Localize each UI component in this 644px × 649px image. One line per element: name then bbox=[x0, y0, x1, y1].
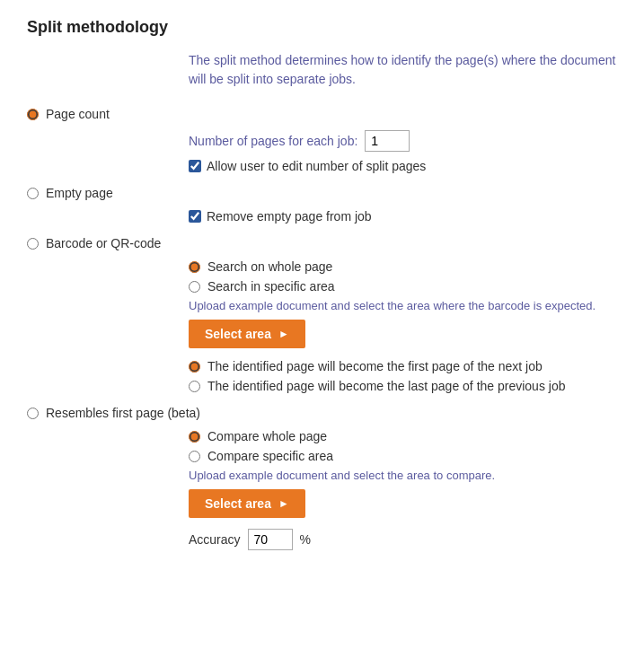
search-whole-row: Search on whole page bbox=[189, 259, 617, 274]
radio-resembles-label: Resembles first page (beta) bbox=[46, 406, 200, 420]
barcode-select-area-label: Select area bbox=[205, 327, 271, 341]
resembles-select-area-label: Select area bbox=[205, 496, 271, 511]
radio-identified-last[interactable] bbox=[189, 381, 200, 392]
radio-compare-specific[interactable] bbox=[189, 451, 200, 462]
search-specific-row: Search in specific area bbox=[189, 279, 617, 294]
page-title: Split methodology bbox=[27, 18, 617, 37]
compare-whole-row: Compare whole page bbox=[189, 429, 617, 443]
accuracy-input[interactable] bbox=[248, 529, 293, 550]
radio-search-specific[interactable] bbox=[189, 281, 200, 293]
section-barcode: Barcode or QR-code Search on whole page … bbox=[27, 236, 617, 393]
radio-page-count[interactable] bbox=[27, 109, 39, 120]
resembles-arrow-icon: ► bbox=[278, 497, 289, 510]
pages-per-job-row: Number of pages for each job: bbox=[189, 130, 617, 152]
description-text: The split method determines how to ident… bbox=[189, 51, 617, 89]
remove-empty-checkbox-row: Remove empty page from job bbox=[189, 209, 617, 224]
accuracy-row: Accuracy % bbox=[189, 529, 617, 550]
compare-specific-row: Compare specific area bbox=[189, 449, 617, 463]
radio-resembles[interactable] bbox=[27, 408, 39, 419]
barcode-arrow-icon: ► bbox=[278, 328, 289, 340]
accuracy-label: Accuracy bbox=[189, 532, 241, 547]
section-resembles: Resembles first page (beta) Compare whol… bbox=[27, 406, 617, 550]
radio-compare-specific-label: Compare specific area bbox=[207, 449, 333, 463]
identified-first-row: The identified page will become the firs… bbox=[189, 359, 617, 373]
pages-per-job-input[interactable] bbox=[365, 130, 410, 152]
section-page-count: Page count Number of pages for each job:… bbox=[27, 107, 617, 173]
radio-compare-whole[interactable] bbox=[189, 431, 200, 443]
barcode-upload-hint: Upload example document and select the a… bbox=[189, 299, 617, 312]
allow-edit-label: Allow user to edit number of split pages bbox=[207, 159, 426, 173]
identified-last-row: The identified page will become the last… bbox=[189, 379, 617, 393]
resembles-select-area-button[interactable]: Select area ► bbox=[189, 489, 305, 518]
radio-identified-first[interactable] bbox=[189, 361, 200, 373]
allow-edit-checkbox[interactable] bbox=[189, 160, 201, 172]
radio-page-count-label: Page count bbox=[46, 107, 110, 121]
radio-identified-last-label: The identified page will become the last… bbox=[207, 379, 565, 393]
remove-empty-label: Remove empty page from job bbox=[207, 209, 372, 224]
radio-compare-whole-label: Compare whole page bbox=[207, 429, 327, 443]
radio-search-whole[interactable] bbox=[189, 261, 200, 273]
pages-per-job-label: Number of pages for each job: bbox=[189, 134, 357, 148]
radio-barcode[interactable] bbox=[27, 238, 39, 250]
remove-empty-checkbox[interactable] bbox=[189, 210, 201, 223]
radio-barcode-label: Barcode or QR-code bbox=[46, 236, 161, 250]
resembles-upload-hint: Upload example document and select the a… bbox=[189, 469, 617, 482]
section-empty-page: Empty page Remove empty page from job bbox=[27, 186, 617, 224]
radio-identified-first-label: The identified page will become the firs… bbox=[207, 359, 543, 373]
accuracy-unit: % bbox=[300, 532, 311, 547]
allow-edit-checkbox-row: Allow user to edit number of split pages bbox=[189, 159, 617, 173]
barcode-select-area-button[interactable]: Select area ► bbox=[189, 320, 305, 348]
radio-search-specific-label: Search in specific area bbox=[207, 279, 335, 294]
radio-empty-page-label: Empty page bbox=[46, 186, 113, 200]
radio-search-whole-label: Search on whole page bbox=[207, 259, 332, 274]
radio-empty-page[interactable] bbox=[27, 188, 39, 199]
